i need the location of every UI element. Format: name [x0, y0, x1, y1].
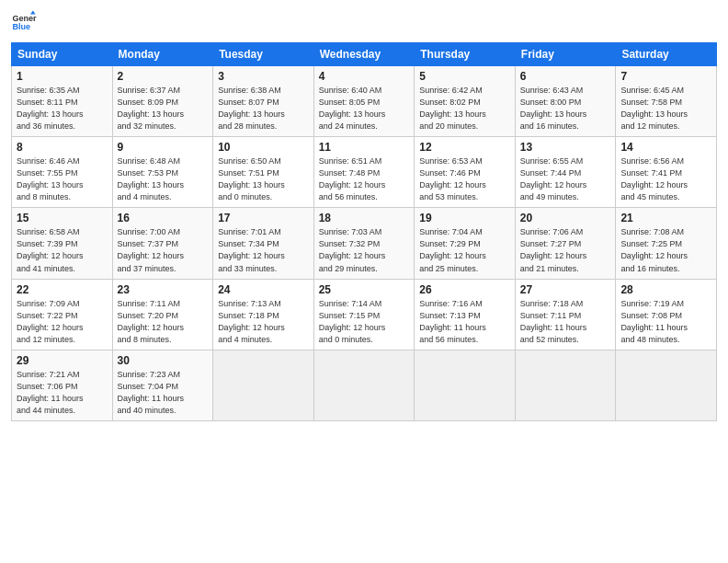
day-number: 23 — [118, 283, 209, 296]
day-info: Sunrise: 7:14 AM Sunset: 7:15 PM Dayligh… — [319, 298, 410, 346]
day-number: 21 — [620, 212, 711, 224]
day-info: Sunrise: 7:03 AM Sunset: 7:32 PM Dayligh… — [319, 226, 410, 274]
col-header-sunday: Sunday — [12, 43, 113, 66]
day-info: Sunrise: 6:55 AM Sunset: 7:44 PM Dayligh… — [520, 155, 611, 203]
calendar-week-2: 15Sunrise: 6:58 AM Sunset: 7:39 PM Dayli… — [12, 208, 717, 279]
calendar-cell: 17Sunrise: 7:01 AM Sunset: 7:34 PM Dayli… — [213, 208, 314, 279]
calendar-cell: 25Sunrise: 7:14 AM Sunset: 7:15 PM Dayli… — [313, 279, 415, 350]
calendar-cell: 30Sunrise: 7:23 AM Sunset: 7:04 PM Dayli… — [112, 350, 213, 420]
svg-text:General: General — [12, 14, 37, 23]
day-number: 20 — [520, 212, 611, 224]
day-number: 26 — [419, 283, 510, 296]
day-info: Sunrise: 6:58 AM Sunset: 7:39 PM Dayligh… — [17, 226, 108, 274]
calendar-body: 1Sunrise: 6:35 AM Sunset: 8:11 PM Daylig… — [12, 66, 717, 421]
calendar-cell — [515, 350, 616, 420]
day-info: Sunrise: 6:48 AM Sunset: 7:53 PM Dayligh… — [118, 155, 209, 203]
day-info: Sunrise: 7:19 AM Sunset: 7:08 PM Dayligh… — [620, 298, 711, 346]
calendar-cell: 1Sunrise: 6:35 AM Sunset: 8:11 PM Daylig… — [12, 66, 113, 137]
day-info: Sunrise: 7:08 AM Sunset: 7:25 PM Dayligh… — [620, 226, 711, 274]
day-info: Sunrise: 7:23 AM Sunset: 7:04 PM Dayligh… — [118, 369, 209, 417]
day-info: Sunrise: 7:04 AM Sunset: 7:29 PM Dayligh… — [419, 226, 510, 274]
day-info: Sunrise: 6:43 AM Sunset: 8:00 PM Dayligh… — [520, 85, 611, 132]
day-number: 22 — [17, 283, 108, 296]
day-info: Sunrise: 7:01 AM Sunset: 7:34 PM Dayligh… — [218, 226, 309, 274]
calendar-cell: 22Sunrise: 7:09 AM Sunset: 7:22 PM Dayli… — [12, 279, 113, 350]
day-info: Sunrise: 6:40 AM Sunset: 8:05 PM Dayligh… — [319, 85, 410, 132]
calendar-cell: 10Sunrise: 6:50 AM Sunset: 7:51 PM Dayli… — [213, 137, 314, 208]
svg-marker-2 — [30, 10, 36, 14]
day-info: Sunrise: 6:42 AM Sunset: 8:02 PM Dayligh… — [419, 85, 510, 132]
calendar-cell: 29Sunrise: 7:21 AM Sunset: 7:06 PM Dayli… — [12, 350, 113, 420]
calendar-cell: 15Sunrise: 6:58 AM Sunset: 7:39 PM Dayli… — [12, 208, 113, 279]
col-header-thursday: Thursday — [415, 43, 516, 66]
day-number: 7 — [620, 70, 711, 83]
calendar-cell — [313, 350, 415, 420]
calendar-cell: 2Sunrise: 6:37 AM Sunset: 8:09 PM Daylig… — [112, 66, 213, 137]
day-number: 18 — [319, 212, 410, 224]
calendar-cell: 28Sunrise: 7:19 AM Sunset: 7:08 PM Dayli… — [616, 279, 717, 350]
calendar-table: SundayMondayTuesdayWednesdayThursdayFrid… — [11, 42, 717, 421]
calendar-cell: 12Sunrise: 6:53 AM Sunset: 7:46 PM Dayli… — [415, 137, 516, 208]
day-info: Sunrise: 6:35 AM Sunset: 8:11 PM Dayligh… — [17, 85, 108, 132]
day-number: 3 — [218, 70, 309, 83]
day-number: 15 — [17, 212, 108, 224]
calendar-cell: 19Sunrise: 7:04 AM Sunset: 7:29 PM Dayli… — [415, 208, 516, 279]
day-number: 28 — [620, 283, 711, 296]
day-info: Sunrise: 7:09 AM Sunset: 7:22 PM Dayligh… — [17, 298, 108, 346]
col-header-monday: Monday — [112, 43, 213, 66]
day-info: Sunrise: 6:56 AM Sunset: 7:41 PM Dayligh… — [620, 155, 711, 203]
day-number: 27 — [520, 283, 611, 296]
day-number: 14 — [620, 141, 711, 154]
calendar-cell: 23Sunrise: 7:11 AM Sunset: 7:20 PM Dayli… — [112, 279, 213, 350]
day-info: Sunrise: 6:37 AM Sunset: 8:09 PM Dayligh… — [118, 85, 209, 132]
calendar-cell: 8Sunrise: 6:46 AM Sunset: 7:55 PM Daylig… — [12, 137, 113, 208]
day-info: Sunrise: 6:50 AM Sunset: 7:51 PM Dayligh… — [218, 155, 309, 203]
day-info: Sunrise: 6:38 AM Sunset: 8:07 PM Dayligh… — [218, 85, 309, 132]
calendar-cell: 6Sunrise: 6:43 AM Sunset: 8:00 PM Daylig… — [515, 66, 616, 137]
day-number: 12 — [419, 141, 510, 154]
day-info: Sunrise: 7:11 AM Sunset: 7:20 PM Dayligh… — [118, 298, 209, 346]
day-number: 6 — [520, 70, 611, 83]
day-number: 19 — [419, 212, 510, 224]
day-number: 11 — [319, 141, 410, 154]
col-header-tuesday: Tuesday — [213, 43, 314, 66]
calendar-cell: 4Sunrise: 6:40 AM Sunset: 8:05 PM Daylig… — [313, 66, 415, 137]
day-number: 29 — [17, 354, 108, 367]
day-info: Sunrise: 7:06 AM Sunset: 7:27 PM Dayligh… — [520, 226, 611, 274]
logo: General Blue — [11, 9, 37, 35]
calendar-header-row: SundayMondayTuesdayWednesdayThursdayFrid… — [12, 43, 717, 66]
calendar-cell: 21Sunrise: 7:08 AM Sunset: 7:25 PM Dayli… — [616, 208, 717, 279]
day-number: 5 — [419, 70, 510, 83]
calendar-cell — [213, 350, 314, 420]
day-number: 2 — [118, 70, 209, 83]
calendar-week-0: 1Sunrise: 6:35 AM Sunset: 8:11 PM Daylig… — [12, 66, 717, 137]
page-container: General Blue SundayMondayTuesdayWednesda… — [0, 0, 728, 431]
calendar-week-4: 29Sunrise: 7:21 AM Sunset: 7:06 PM Dayli… — [12, 350, 717, 420]
logo-icon: General Blue — [11, 9, 37, 35]
day-info: Sunrise: 7:13 AM Sunset: 7:18 PM Dayligh… — [218, 298, 309, 346]
day-number: 13 — [520, 141, 611, 154]
day-number: 4 — [319, 70, 410, 83]
calendar-cell: 13Sunrise: 6:55 AM Sunset: 7:44 PM Dayli… — [515, 137, 616, 208]
calendar-cell: 24Sunrise: 7:13 AM Sunset: 7:18 PM Dayli… — [213, 279, 314, 350]
calendar-week-1: 8Sunrise: 6:46 AM Sunset: 7:55 PM Daylig… — [12, 137, 717, 208]
day-number: 16 — [118, 212, 209, 224]
day-info: Sunrise: 7:18 AM Sunset: 7:11 PM Dayligh… — [520, 298, 611, 346]
day-info: Sunrise: 6:45 AM Sunset: 7:58 PM Dayligh… — [620, 85, 711, 132]
calendar-cell: 27Sunrise: 7:18 AM Sunset: 7:11 PM Dayli… — [515, 279, 616, 350]
day-number: 17 — [218, 212, 309, 224]
day-info: Sunrise: 6:46 AM Sunset: 7:55 PM Dayligh… — [17, 155, 108, 203]
calendar-cell: 20Sunrise: 7:06 AM Sunset: 7:27 PM Dayli… — [515, 208, 616, 279]
day-number: 10 — [218, 141, 309, 154]
calendar-cell: 14Sunrise: 6:56 AM Sunset: 7:41 PM Dayli… — [616, 137, 717, 208]
calendar-cell: 26Sunrise: 7:16 AM Sunset: 7:13 PM Dayli… — [415, 279, 516, 350]
col-header-friday: Friday — [515, 43, 616, 66]
day-info: Sunrise: 6:53 AM Sunset: 7:46 PM Dayligh… — [419, 155, 510, 203]
day-info: Sunrise: 6:51 AM Sunset: 7:48 PM Dayligh… — [319, 155, 410, 203]
calendar-cell — [415, 350, 516, 420]
col-header-wednesday: Wednesday — [313, 43, 415, 66]
calendar-cell: 9Sunrise: 6:48 AM Sunset: 7:53 PM Daylig… — [112, 137, 213, 208]
calendar-cell — [616, 350, 717, 420]
day-number: 8 — [17, 141, 108, 154]
calendar-cell: 18Sunrise: 7:03 AM Sunset: 7:32 PM Dayli… — [313, 208, 415, 279]
